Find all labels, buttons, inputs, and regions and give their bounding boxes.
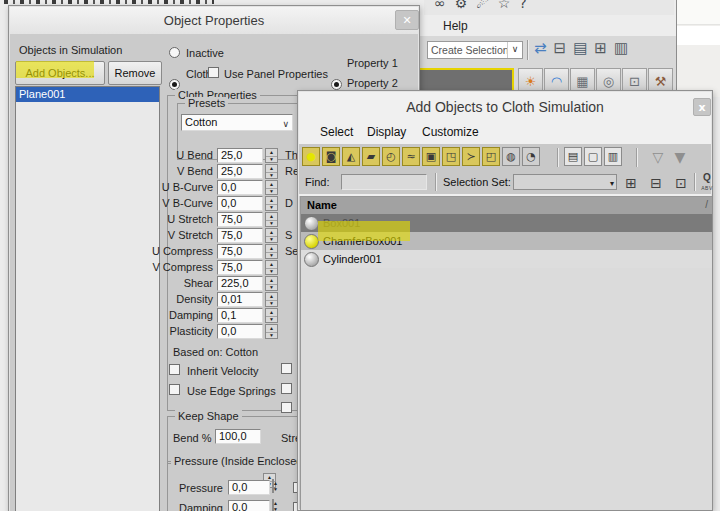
selection-set-combo[interactable]: ▾ [513,174,617,190]
param-label: V B-Curve [139,197,213,209]
align-icon[interactable]: ⊟ [554,39,567,57]
partial-checkbox[interactable] [281,402,292,413]
display-helpers-button[interactable]: ◴ [382,147,400,166]
inherit-velocity-checkbox[interactable] [169,364,180,375]
dialog-title: Object Properties [10,13,418,28]
menu-select[interactable]: Select [320,125,353,139]
binoculars-icon[interactable]: ∞ [434,0,446,11]
column-resize-mark[interactable]: / [705,199,708,210]
param-label: V Compress [139,261,213,273]
bend-percent-field[interactable]: 100,0 [215,429,261,444]
render-frame-icon[interactable]: ▥ [614,39,628,57]
partial-checkbox[interactable] [281,383,292,394]
display-shapes-button[interactable]: ◙ [322,147,340,166]
param-field[interactable]: 0,1 [217,308,263,323]
render-setup-icon[interactable]: ⊞ [594,39,607,57]
mirror-icon[interactable]: ⇄ [534,39,547,57]
pressure-row-field[interactable]: 0,0 [228,480,270,495]
param-field[interactable]: 75,0 [217,244,263,259]
display-frozen-button[interactable]: ◔ [522,147,540,166]
find-input[interactable] [341,174,427,190]
chevron-down-icon[interactable]: ∨ [282,117,289,131]
presets-combo[interactable]: Cotton ∨ [181,114,293,131]
object-row[interactable]: Box001 [301,214,712,232]
param-spinner[interactable] [265,308,278,323]
menu-display[interactable]: Display [367,125,406,139]
display-groups-button[interactable]: ▣ [422,147,440,166]
param-spinner[interactable] [265,180,278,195]
find-row: Find: Selection Set: ▾ ⊞ ⊟ ⊡ Q ABV [299,171,711,194]
param-label: V Stretch [139,229,213,241]
display-spacewarps-button[interactable]: ≈ [402,147,420,166]
use-panel-properties-checkbox[interactable] [208,67,219,78]
param-spinner[interactable] [265,292,278,307]
display-influences-button[interactable]: ◍ [502,147,520,166]
list-item[interactable]: Plane001 [16,87,159,102]
use-edge-springs-checkbox[interactable] [169,384,180,395]
display-bones-button[interactable]: ≻ [462,147,480,166]
display-xrefs-button[interactable]: ◳ [442,147,460,166]
remove-button[interactable]: Remove [108,61,162,85]
help-circle-icon[interactable]: ? [519,0,526,11]
param-field[interactable]: 75,0 [217,260,263,275]
param-spinner[interactable] [265,260,278,275]
select-influences-icon[interactable]: ⊟ [647,174,665,191]
wrench-icon[interactable]: ⚙ [455,0,468,11]
name-column-header[interactable]: Name / [301,197,712,215]
filter-config-icon[interactable]: ▼ [669,147,691,167]
detail-view-button[interactable]: ▥ [604,147,622,166]
param-field[interactable]: 75,0 [217,228,263,243]
chevron-down-icon[interactable]: ▾ [610,177,614,191]
blank-view-button[interactable]: ▢ [584,147,602,166]
satellite-icon[interactable]: ☄ [476,0,489,11]
param-spinner[interactable] [265,212,278,227]
display-lights-button[interactable]: ◭ [342,147,360,166]
search-by-name-icon[interactable]: Q ABV [697,173,717,192]
param-field[interactable]: 0,0 [217,196,263,211]
dialog-titlebar[interactable]: Add Objects to Cloth Simulation [299,92,711,122]
object-row[interactable]: Cylinder001 [301,250,712,268]
menu-customize[interactable]: Customize [422,125,479,139]
pressure-row-field[interactable]: 0,0 [228,500,270,511]
inherit-velocity-label: Inherit Velocity [187,365,259,377]
help-menubar: Help [420,15,676,37]
param-field[interactable]: 75,0 [217,212,263,227]
property1-radio[interactable] [331,79,342,90]
select-children-icon[interactable]: ⊞ [622,174,640,191]
close-button[interactable]: ✕ [395,10,419,30]
param-spinner[interactable] [265,196,278,211]
chevron-down-icon[interactable]: ∨ [507,42,522,58]
param-field[interactable]: 0,0 [217,180,263,195]
pressure-row-spinner[interactable] [272,499,274,511]
param-field[interactable]: 25,0 [217,164,263,179]
param-spinner[interactable] [265,164,278,179]
dialog-titlebar[interactable]: Object Properties [10,7,418,34]
param-spinner[interactable] [265,276,278,291]
param-field[interactable]: 0,0 [217,324,263,339]
inactive-radio[interactable] [169,47,180,58]
add-objects-button[interactable]: Add Objects... [15,61,105,85]
named-selection-combo[interactable]: Create Selection Se ∨ [427,41,523,59]
param-field[interactable]: 25,0 [217,148,263,163]
select-dependents-icon[interactable]: ⊡ [672,174,690,191]
param-field[interactable]: 225,0 [217,276,263,291]
scene-explorer-icon[interactable]: ▤ [573,39,587,57]
param-field[interactable]: 0,01 [217,292,263,307]
close-button[interactable]: x [693,98,711,116]
display-cameras-button[interactable]: ▰ [362,147,380,166]
param-spinner[interactable] [265,244,278,259]
display-containers-button[interactable]: ◰ [482,147,500,166]
help-menu[interactable]: Help [443,19,468,33]
display-geometry-button[interactable]: ● [302,147,320,166]
star-icon[interactable]: ☆ [498,0,511,11]
partial-checkbox[interactable] [281,363,292,374]
filter-funnel-icon[interactable]: ▽ [647,147,669,167]
list-view-button[interactable]: ▤ [564,147,582,166]
param-label: Density [139,293,213,305]
param-spinner[interactable] [265,228,278,243]
param-spinner[interactable] [265,324,278,339]
object-name: Cylinder001 [323,253,382,265]
object-row[interactable]: ChamferBox001 [301,232,712,250]
param-spinner[interactable] [265,148,278,163]
pressure-row-spinner[interactable] [272,479,274,493]
